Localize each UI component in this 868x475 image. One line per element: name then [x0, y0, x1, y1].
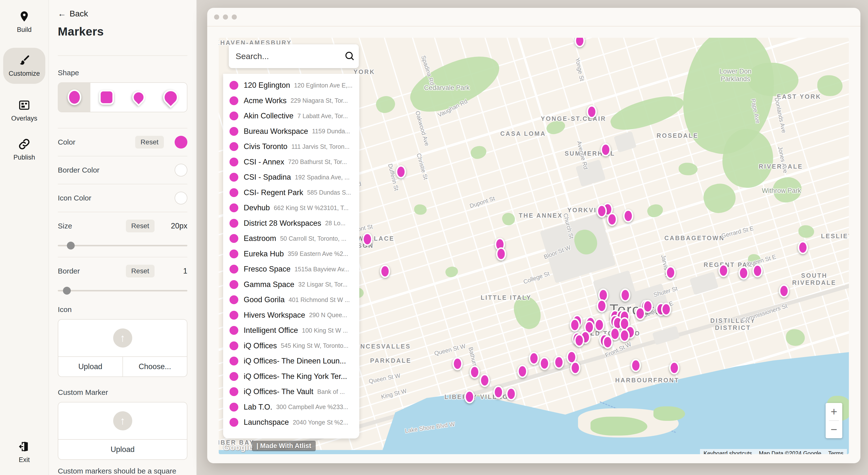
map-marker[interactable] [718, 264, 728, 277]
list-item-name: CSI - Annex [244, 157, 284, 167]
icon-upload-button[interactable]: Upload [58, 357, 122, 377]
map-marker[interactable] [396, 165, 406, 178]
icon-color-swatch[interactable] [175, 192, 187, 204]
map-marker[interactable] [362, 233, 373, 246]
map-marker[interactable] [661, 303, 671, 316]
border-color-swatch[interactable] [175, 164, 187, 176]
map-marker[interactable] [493, 386, 503, 399]
zoom-out-button[interactable]: − [826, 421, 842, 438]
shape-option-circle[interactable] [58, 83, 90, 112]
color-swatch[interactable] [175, 136, 187, 149]
street-label: Christie St [415, 152, 429, 180]
map-marker[interactable] [479, 374, 490, 387]
map-marker[interactable] [587, 105, 597, 118]
map-marker[interactable] [554, 356, 564, 369]
list-item[interactable]: Intelligent Office 100 King St W ... [223, 323, 359, 338]
search-input[interactable] [236, 52, 344, 61]
list-item[interactable]: Devhub 662 King St W %23101, T... [223, 200, 359, 216]
border-reset-button[interactable]: Reset [126, 265, 155, 277]
map-marker[interactable] [469, 365, 480, 379]
map-marker[interactable] [597, 204, 607, 218]
icon-drop-zone[interactable]: ↑ [58, 320, 187, 356]
map-marker[interactable] [779, 284, 789, 298]
border-slider-knob[interactable] [63, 287, 71, 295]
list-item[interactable]: Akin Collective 7 Labatt Ave, Tor... [223, 108, 359, 124]
list-item[interactable]: District 28 Workspaces 28 Lo... [223, 216, 359, 231]
map-marker[interactable] [600, 143, 611, 156]
shape-option-pin-small[interactable] [123, 83, 155, 112]
rail-label-customize: Customize [8, 70, 40, 78]
list-item[interactable]: Gamma Space 32 Lisgar St, Tor... [223, 277, 359, 292]
list-item[interactable]: CSI - Spadina 192 Spadina Ave, ... [223, 170, 359, 185]
map-marker[interactable] [570, 318, 580, 332]
map-marker[interactable] [574, 334, 584, 347]
back-button[interactable]: ← Back [58, 9, 187, 19]
keyboard-shortcuts-link[interactable]: Keyboard shortcuts [700, 449, 755, 454]
shape-option-pin[interactable] [155, 83, 187, 112]
rail-item-build[interactable]: Build [17, 10, 32, 34]
zoom-in-button[interactable]: + [826, 403, 842, 420]
map-marker[interactable] [539, 357, 550, 370]
size-slider-knob[interactable] [67, 242, 75, 249]
rail-item-overlays[interactable]: Overlays [11, 99, 37, 122]
map-marker[interactable] [529, 352, 539, 365]
map-marker[interactable] [631, 359, 641, 372]
map-canvas[interactable]: 120 Eglington 120 Eglinton Ave E,... Acm… [219, 38, 849, 454]
circle-marker-icon [68, 89, 81, 105]
map-marker[interactable] [602, 335, 613, 349]
map-marker[interactable] [597, 299, 607, 313]
list-item[interactable]: Eureka Hub 359 Eastern Ave %2... [223, 246, 359, 262]
list-item[interactable]: CSI- Regent Park 585 Dundas S... [223, 185, 359, 201]
map-marker[interactable] [620, 289, 630, 302]
list-item[interactable]: Civis Toronto 111 Jarvis St, Toron... [223, 139, 359, 154]
map-marker[interactable] [623, 209, 633, 222]
list-item[interactable]: iQ Offices- The Dineen Loun... [223, 353, 359, 369]
list-item[interactable]: iQ Offices- The Vault Bank of ... [223, 384, 359, 399]
map-marker[interactable] [798, 241, 808, 254]
map-marker[interactable] [570, 361, 581, 375]
shape-option-square[interactable] [90, 83, 122, 112]
map-marker[interactable] [506, 387, 516, 400]
size-slider[interactable] [58, 241, 187, 250]
map-marker[interactable] [607, 213, 617, 226]
list-item[interactable]: Bureau Workspace 1159 Dunda... [223, 124, 359, 139]
map-marker[interactable] [619, 329, 630, 342]
made-with-atlist-badge[interactable]: | Made With Atlist [252, 441, 316, 451]
list-item[interactable]: CSI - Annex 720 Bathurst St, Tor... [223, 154, 359, 170]
terms-link[interactable]: Terms [825, 449, 847, 454]
map-marker[interactable] [496, 247, 506, 261]
border-slider[interactable] [58, 286, 187, 296]
list-item[interactable]: Hivers Workspace 290 N Quee... [223, 307, 359, 323]
map-marker[interactable] [665, 266, 676, 279]
rail-item-customize[interactable]: Customize [3, 48, 45, 84]
search-icon[interactable] [344, 51, 355, 62]
map-marker[interactable] [669, 361, 679, 375]
map-marker[interactable] [594, 318, 604, 332]
icon-choose-button[interactable]: Choose... [122, 357, 187, 377]
color-reset-button[interactable]: Reset [135, 136, 164, 149]
list-marker-dot-icon [229, 295, 238, 304]
list-item[interactable]: Good Gorila 401 Richmond St W ... [223, 292, 359, 307]
map-marker[interactable] [453, 357, 463, 370]
list-item[interactable]: iQ Offices- The King York Ter... [223, 369, 359, 384]
list-item[interactable]: iQ Offices 545 King St W, Toronto... [223, 338, 359, 354]
size-reset-button[interactable]: Reset [126, 219, 155, 232]
rail-item-publish[interactable]: Publish [13, 138, 35, 161]
map-marker[interactable] [752, 264, 763, 277]
icon-section-label: Icon [58, 305, 187, 314]
list-item[interactable]: Eastroom 50 Carroll St, Toronto, ... [223, 231, 359, 246]
list-item[interactable]: Fresco Space 1515a Bayview Av... [223, 262, 359, 277]
list-item[interactable]: Launchspace 2040 Yonge St %2... [223, 415, 359, 430]
map-marker[interactable] [380, 265, 390, 278]
list-item[interactable]: Lab T.O. 300 Campbell Ave %233... [223, 399, 359, 415]
custom-marker-upload-button[interactable]: Upload [58, 440, 187, 459]
rail-item-exit[interactable]: Exit [18, 440, 30, 464]
map-marker[interactable] [517, 365, 528, 378]
map-marker[interactable] [738, 266, 749, 280]
list-item-address: 100 King St W ... [302, 327, 348, 334]
map-marker[interactable] [464, 390, 475, 404]
list-item[interactable]: 120 Eglington 120 Eglinton Ave E,... [223, 78, 359, 93]
custom-marker-drop-zone[interactable]: ↑ [58, 403, 187, 439]
map-marker[interactable] [635, 307, 645, 320]
list-item[interactable]: Acme Works 229 Niagara St, Tor... [223, 93, 359, 109]
